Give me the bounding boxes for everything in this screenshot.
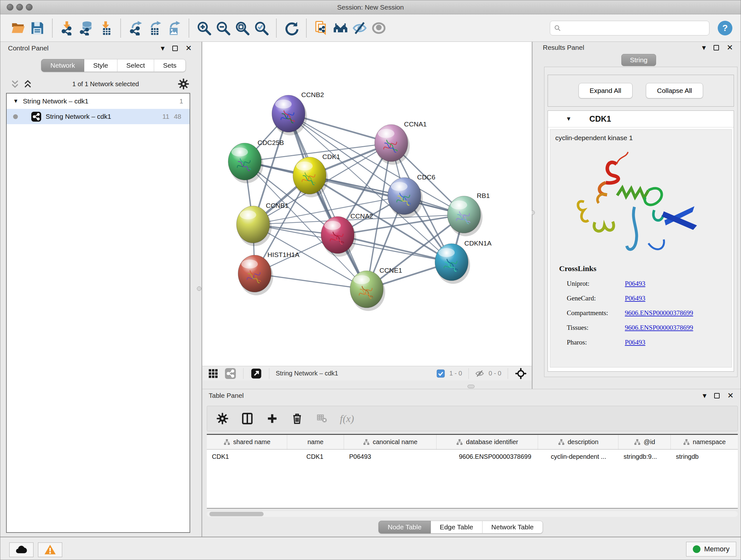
network-node-RB1[interactable]: RB1 — [448, 192, 490, 236]
grid-view-button[interactable] — [207, 367, 219, 380]
network-row[interactable]: String Network – cdk1 11 48 — [7, 109, 190, 124]
zoom-fit-button[interactable] — [232, 18, 252, 38]
cell-shared-name[interactable]: CDK1 — [207, 453, 287, 460]
crosslink-link-compartments[interactable]: 9606.ENSP00000378699 — [625, 309, 693, 317]
import-network-database-button[interactable] — [77, 18, 96, 38]
table-row[interactable]: CDK1 CDK1 P06493 9606.ENSP00000378699 cy… — [207, 449, 738, 463]
network-node-CCNA1[interactable]: CCNA1 — [375, 120, 427, 165]
network-node-CCNB2[interactable]: CCNB2 — [272, 91, 324, 135]
tab-string[interactable]: String — [621, 54, 656, 66]
table-panel-float-button[interactable] — [714, 393, 720, 398]
tab-edge-table[interactable]: Edge Table — [431, 521, 482, 534]
control-panel-menu-button[interactable]: ▾ — [161, 44, 165, 52]
expand-all-networks-button[interactable] — [21, 78, 34, 90]
save-session-button[interactable] — [28, 18, 47, 38]
network-node-CDKN1A[interactable]: CDKN1A — [435, 240, 491, 284]
crosslink-link-uniprot[interactable]: P06493 — [625, 280, 645, 288]
network-node-CCNB1[interactable]: CCNB1 — [237, 202, 288, 246]
collapse-triangle-icon[interactable]: ▼ — [13, 98, 18, 105]
edge-count: 48 — [174, 113, 181, 120]
close-window-button[interactable] — [7, 4, 13, 10]
crosslink-link-pharos[interactable]: P06493 — [625, 338, 645, 347]
delete-table-button[interactable] — [315, 412, 329, 426]
network-node-CDC6[interactable]: CDC6 — [388, 173, 435, 218]
scrollbar-thumb[interactable] — [209, 512, 264, 516]
results-panel-close-button[interactable]: ✕ — [727, 44, 733, 51]
table-horizontal-scrollbar[interactable] — [207, 511, 738, 517]
import-table-button[interactable] — [96, 18, 115, 38]
help-button[interactable]: ? — [718, 21, 732, 36]
collapse-all-button[interactable]: Collapse All — [646, 83, 703, 98]
network-collection-row[interactable]: ▼ String Network – cdk1 1 — [7, 94, 190, 109]
delete-columns-button[interactable] — [290, 412, 304, 426]
function-builder-button[interactable]: f(x) — [340, 412, 354, 426]
minimize-window-button[interactable] — [16, 4, 23, 10]
network-canvas[interactable]: CCNB2CCNA1CDC25BCDK1CDC6RB1CCNB1CCNA2CDK… — [202, 42, 532, 366]
cell-description[interactable]: cyclin-dependent ... — [538, 453, 618, 460]
first-neighbors-button[interactable] — [331, 18, 350, 38]
tab-sets[interactable]: Sets — [154, 59, 186, 72]
table-panel-menu-button[interactable]: ▾ — [703, 392, 706, 399]
zoom-selected-button[interactable] — [252, 18, 271, 38]
column-header-namespace[interactable]: namespace — [671, 435, 738, 449]
table-panel-close-button[interactable]: ✕ — [727, 392, 734, 399]
show-columns-button[interactable] — [240, 412, 254, 426]
export-table-button[interactable] — [145, 18, 164, 38]
hide-selected-button[interactable] — [350, 18, 369, 38]
column-header-database-identifier[interactable]: database identifier — [436, 435, 538, 449]
protein-structure-image — [563, 144, 713, 259]
warnings-button[interactable] — [38, 543, 62, 557]
open-session-button[interactable] — [9, 18, 28, 38]
column-header-canonical-name[interactable]: canonical name — [344, 435, 436, 449]
crosslink-link-genecard[interactable]: P06493 — [625, 294, 645, 302]
network-options-gear-button[interactable] — [177, 78, 190, 90]
crosslink-row: Uniprot: P06493 — [555, 276, 726, 291]
left-splitter-handle[interactable] — [197, 287, 201, 291]
search-input[interactable] — [563, 24, 705, 32]
cell-name[interactable]: CDK1 — [287, 453, 344, 460]
birdseye-navigator-button[interactable] — [515, 367, 527, 380]
refresh-layout-button[interactable] — [282, 18, 301, 38]
tab-node-table[interactable]: Node Table — [379, 521, 431, 534]
column-header-description[interactable]: description — [538, 435, 618, 449]
column-header-shared-name[interactable]: shared name — [207, 435, 287, 449]
control-panel-close-button[interactable]: ✕ — [185, 44, 192, 52]
network-node-HIST1H1A[interactable]: HIST1H1A — [238, 251, 299, 295]
cloud-status-button[interactable] — [9, 543, 33, 557]
zoom-window-button[interactable] — [26, 4, 32, 10]
tab-network-table[interactable]: Network Table — [482, 521, 543, 534]
memory-button[interactable]: Memory — [686, 542, 736, 557]
bottom-splitter-handle[interactable] — [468, 385, 475, 388]
cell-database-identifier[interactable]: 9606.ENSP00000378699 — [436, 453, 538, 460]
cell-canonical-name[interactable]: P06493 — [344, 453, 436, 460]
network-thumbnail-button[interactable] — [224, 367, 237, 380]
network-graph[interactable]: CCNB2CCNA1CDC25BCDK1CDC6RB1CCNB1CCNA2CDK… — [202, 42, 532, 366]
show-all-button[interactable] — [369, 18, 388, 38]
crosslink-link-tissues[interactable]: 9606.ENSP00000378699 — [625, 324, 693, 332]
expand-all-button[interactable]: Expand All — [579, 83, 632, 98]
cell-id[interactable]: stringdb:9... — [618, 453, 671, 460]
create-column-button[interactable] — [265, 412, 279, 426]
results-panel-float-button[interactable] — [714, 45, 719, 51]
network-node-CDC25B[interactable]: CDC25B — [228, 139, 284, 183]
selected-checkbox-icon[interactable] — [436, 369, 445, 378]
cell-namespace[interactable]: stringdb — [671, 453, 738, 460]
column-header-id[interactable]: @id — [618, 435, 671, 449]
export-image-button[interactable] — [164, 18, 184, 38]
control-panel-float-button[interactable] — [172, 46, 178, 51]
gene-section-header[interactable]: ▼ CDK1 — [548, 111, 734, 127]
table-options-gear-button[interactable] — [215, 412, 229, 426]
tab-style[interactable]: Style — [84, 59, 118, 72]
string-document-button[interactable] — [312, 18, 331, 38]
tab-network[interactable]: Network — [41, 59, 84, 72]
detach-view-button[interactable] — [250, 367, 263, 380]
column-header-name[interactable]: name — [287, 435, 344, 449]
section-collapse-triangle-icon[interactable]: ▼ — [566, 116, 571, 122]
zoom-out-button[interactable] — [213, 18, 232, 38]
results-panel-menu-button[interactable]: ▾ — [702, 44, 706, 51]
export-network-button[interactable] — [126, 18, 145, 38]
collapse-all-networks-button[interactable] — [9, 78, 21, 90]
zoom-in-button[interactable] — [194, 18, 213, 38]
tab-select[interactable]: Select — [118, 59, 154, 72]
import-network-file-button[interactable] — [58, 18, 77, 38]
